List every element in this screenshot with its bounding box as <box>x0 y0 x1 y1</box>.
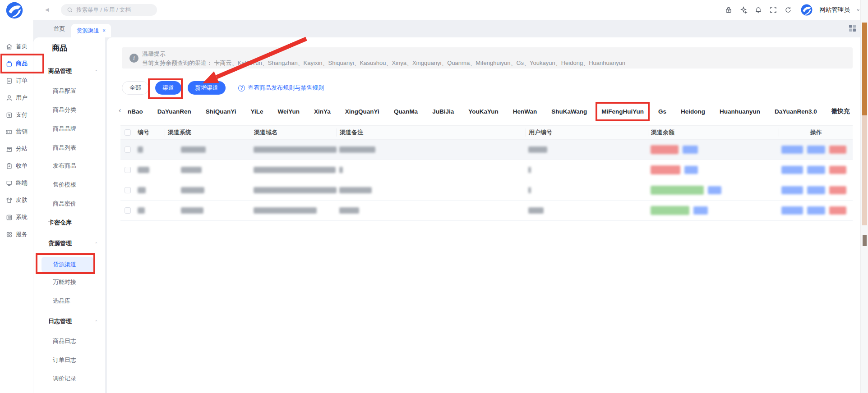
menu-item-universal-docking[interactable]: 万能对接 <box>53 278 76 287</box>
chevron-left-icon[interactable]: ‹ <box>119 106 121 115</box>
sidebar-item-products[interactable]: 商品 <box>0 55 33 72</box>
user-avatar[interactable] <box>801 4 813 16</box>
menu-item-product-list[interactable]: 商品列表 <box>53 143 76 152</box>
redacted-chip <box>683 146 698 154</box>
redacted-text <box>254 146 337 153</box>
channel-tab[interactable]: HenWan <box>513 108 537 115</box>
redacted-chip[interactable] <box>781 146 803 154</box>
redacted-text <box>339 207 359 214</box>
channel-tab[interactable]: DaYuanRen3.0 <box>775 108 817 115</box>
channel-tab[interactable]: YouKaYun <box>468 108 499 115</box>
close-icon[interactable]: × <box>102 28 106 33</box>
filter-channel-button[interactable]: 渠道 <box>155 81 181 95</box>
redacted-chip[interactable] <box>829 146 846 154</box>
caret-up-icon: ⌃ <box>94 239 98 248</box>
row-checkbox[interactable] <box>125 146 131 153</box>
channel-tab[interactable]: QuanMa <box>394 108 418 115</box>
redacted-chip[interactable] <box>829 186 846 194</box>
menu-item-product-log[interactable]: 商品日志 <box>53 337 76 346</box>
redacted-chip[interactable] <box>807 166 825 174</box>
channel-tab[interactable]: XinYa <box>314 108 331 115</box>
col-header-actions: 操作 <box>779 128 853 137</box>
sidebar-item-marketing[interactable]: 营销 <box>0 123 33 140</box>
sidebar-item-payment[interactable]: 支付 <box>0 106 33 123</box>
lock-icon[interactable] <box>725 6 733 14</box>
channel-tab[interactable]: ShiQuanYi <box>206 108 236 115</box>
chevron-down-icon[interactable]: ∨ <box>857 8 860 12</box>
sidebar-item-receipts[interactable]: 收单 <box>0 157 33 174</box>
select-all-checkbox[interactable] <box>125 129 131 136</box>
redacted-chip[interactable] <box>781 166 803 174</box>
toolbar: 全部 渠道 新增渠道 ? 查看商品发布规则与禁售规则 <box>122 81 324 95</box>
redacted-chip[interactable] <box>781 186 803 194</box>
menu-item-selection-library[interactable]: 选品库 <box>53 297 70 306</box>
user-name[interactable]: 网站管理员 <box>819 6 850 14</box>
channel-tab[interactable]: JuBiJia <box>432 108 454 115</box>
filter-all-button[interactable]: 全部 <box>122 81 149 95</box>
fullscreen-icon[interactable] <box>769 6 777 14</box>
redacted-text <box>138 187 146 193</box>
sidebar-item-services[interactable]: 服务 <box>0 226 33 243</box>
add-channel-button[interactable]: 新增渠道 <box>188 81 226 95</box>
menu-item-order-log[interactable]: 订单日志 <box>53 356 76 365</box>
channel-tab[interactable]: WeiYun <box>278 108 300 115</box>
menu-item-price-template[interactable]: 售价模板 <box>53 180 76 189</box>
channel-tab-mifenghuiyun[interactable]: MiFengHuiYun <box>601 108 644 115</box>
tab-home[interactable]: 首页 <box>54 25 65 33</box>
scrollbar-thumb[interactable] <box>862 115 867 225</box>
chevron-right-icon[interactable]: › <box>846 106 849 115</box>
redacted-chip[interactable] <box>807 146 825 154</box>
grid-layout-icon[interactable] <box>849 24 856 32</box>
channel-tab[interactable]: Huanhuanyun <box>720 108 760 115</box>
table-row <box>120 201 853 221</box>
menu-group-log-management[interactable]: 日志管理⌃ <box>48 317 98 326</box>
magic-star-icon[interactable] <box>739 6 748 14</box>
sidebar-item-home[interactable]: 首页 <box>0 38 33 55</box>
redacted-chip[interactable] <box>829 166 846 174</box>
sidebar-item-orders[interactable]: 订单 <box>0 72 33 89</box>
redacted-chip[interactable] <box>781 206 803 215</box>
row-checkbox[interactable] <box>125 187 131 193</box>
sidebar-item-system[interactable]: 系统 <box>0 209 33 226</box>
scrollbar-thumb[interactable] <box>862 23 867 115</box>
channel-tab[interactable]: Gs <box>658 108 666 115</box>
sidebar-item-terminal[interactable]: 终端 <box>0 174 33 192</box>
search-input[interactable]: 搜索菜单 / 应用 / 文档 <box>61 4 157 16</box>
sidebar-item-skin[interactable]: 皮肤 <box>0 192 33 209</box>
menu-item-supply-channel[interactable]: 货源渠道 <box>42 257 93 272</box>
channel-tab[interactable]: DaYuanRen <box>157 108 191 115</box>
col-header-system: 渠道系统 <box>165 128 251 137</box>
sidebar-item-users[interactable]: 用户 <box>0 89 33 106</box>
tab-supply-channel[interactable]: 货源渠道 × <box>71 24 111 37</box>
sidebar-item-substation[interactable]: 分站 <box>0 140 33 157</box>
channel-tab[interactable]: XingQuanYi <box>345 108 379 115</box>
menu-item-secret-price[interactable]: 商品密价 <box>53 199 76 208</box>
menu-item-product-config[interactable]: 商品配置 <box>53 87 76 96</box>
menu-item-price-adjust-log[interactable]: 调价记录 <box>53 374 76 383</box>
sidebar-collapse-icon[interactable]: ◀ <box>45 7 49 13</box>
table-row <box>120 140 853 160</box>
row-checkbox[interactable] <box>125 167 131 173</box>
redacted-text <box>138 146 143 153</box>
menu-group-supply-management[interactable]: 货源管理⌃ <box>48 239 98 248</box>
refresh-icon[interactable] <box>784 6 792 14</box>
scrollbar-thumb[interactable] <box>863 235 867 246</box>
menu-item-product-brand[interactable]: 商品品牌 <box>53 124 76 133</box>
menu-group-product-management[interactable]: 商品管理⌃ <box>48 67 98 76</box>
menu-item-product-category[interactable]: 商品分类 <box>53 105 76 114</box>
channel-tab[interactable]: YiLe <box>251 108 263 115</box>
channel-tab[interactable]: Heidong <box>681 108 705 115</box>
redacted-chip[interactable] <box>829 206 846 215</box>
redacted-text <box>339 187 372 193</box>
channel-tab[interactable]: nBao <box>128 108 143 115</box>
page-scrollbar[interactable] <box>860 0 868 393</box>
row-checkbox[interactable] <box>125 207 131 214</box>
menu-group-card-warehouse[interactable]: 卡密仓库 <box>48 218 98 227</box>
menu-item-publish-product[interactable]: 发布商品 <box>53 161 76 170</box>
redacted-text <box>181 146 206 153</box>
bell-icon[interactable] <box>754 6 762 14</box>
redacted-chip[interactable] <box>807 206 825 215</box>
channel-tab[interactable]: ShuKaWang <box>551 108 587 115</box>
rules-link[interactable]: ? 查看商品发布规则与禁售规则 <box>238 84 324 92</box>
redacted-chip[interactable] <box>807 186 825 194</box>
